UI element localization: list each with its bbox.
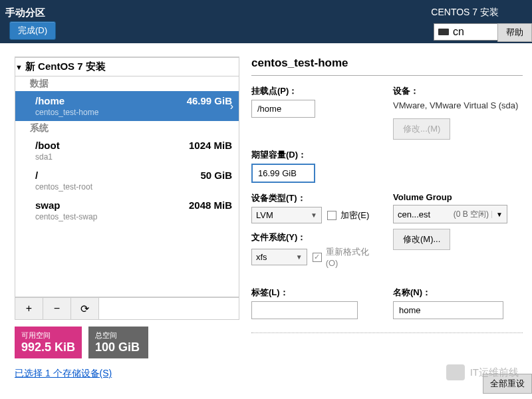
available-space-box: 可用空间 992.5 KiB xyxy=(15,327,82,358)
keyboard-layout: cn xyxy=(453,26,464,38)
collapse-icon: ▼ xyxy=(15,63,23,71)
partition-mount: /boot xyxy=(35,140,60,151)
partition-tree-panel: ▼ 新 CentOS 7 安装 数据 /home 46.99 GiB cento… xyxy=(15,57,239,380)
watermark-text: IT运维前线 xyxy=(470,366,519,379)
wechat-icon xyxy=(446,364,465,380)
encrypt-checkbox[interactable] xyxy=(327,211,336,220)
partition-home[interactable]: /home 46.99 GiB centos_test-home › xyxy=(15,91,239,121)
partition-device: centos_test-swap xyxy=(35,212,232,221)
modify-device-button[interactable]: 修改...(M) xyxy=(393,118,450,140)
reformat-checkbox[interactable] xyxy=(313,253,322,262)
keyboard-icon xyxy=(438,29,449,35)
mount-input[interactable] xyxy=(251,100,315,118)
tag-input[interactable] xyxy=(251,301,358,319)
partition-mount: / xyxy=(35,170,38,181)
partition-device: centos_test-home xyxy=(35,108,232,117)
partition-size: 50 GiB xyxy=(200,170,232,181)
section-data: 数据 xyxy=(15,76,239,91)
capacity-label: 期望容量(D)： xyxy=(251,149,381,161)
reformat-label: 重新格式化(O) xyxy=(326,246,381,268)
name-field-label: 名称(N)： xyxy=(393,287,523,299)
device-type-value: LVM xyxy=(256,210,273,220)
partition-boot[interactable]: /boot 1024 MiB sda1 xyxy=(15,136,239,166)
help-button[interactable]: 帮助 xyxy=(497,23,532,42)
device-value: VMware, VMware Virtual S (sda) xyxy=(393,100,523,112)
partition-mount: swap xyxy=(35,200,61,211)
add-partition-button[interactable]: + xyxy=(15,298,43,319)
installer-name: CENTOS 7 安装 xyxy=(431,7,499,17)
total-space-box: 总空间 100 GiB xyxy=(88,327,148,358)
encrypt-label: 加密(E) xyxy=(340,209,369,221)
partition-root[interactable]: / 50 GiB centos_test-root xyxy=(15,166,239,196)
volume-group-select[interactable]: cen...est (0 B 空闲) ▼ xyxy=(393,205,507,223)
name-input[interactable] xyxy=(393,301,503,319)
remove-partition-button[interactable]: − xyxy=(43,298,71,319)
vg-free-space: (0 B 空闲) xyxy=(454,209,491,220)
partition-size: 1024 MiB xyxy=(189,140,232,151)
section-system: 系统 xyxy=(15,121,239,136)
partition-size: 46.99 GiB xyxy=(187,95,232,106)
partition-swap[interactable]: swap 2048 MiB centos_test-swap xyxy=(15,196,239,225)
modify-vg-button[interactable]: 修改(M)... xyxy=(393,229,450,250)
chevron-down-icon: ▼ xyxy=(491,211,507,218)
done-button[interactable]: 完成(D) xyxy=(9,21,56,40)
total-space-label: 总空间 xyxy=(95,331,142,340)
vg-name: cen...est xyxy=(394,209,454,219)
chevron-right-icon: › xyxy=(230,100,233,112)
partition-device: centos_test-root xyxy=(35,182,232,192)
filesystem-select[interactable]: xfs ▼ xyxy=(251,249,307,265)
fs-label: 文件系统(Y)： xyxy=(251,231,381,243)
divider xyxy=(251,332,523,333)
mount-label: 挂载点(P)： xyxy=(251,85,381,97)
device-type-select[interactable]: LVM ▼ xyxy=(251,207,322,223)
partition-details-panel: centos_test-home 挂载点(P)： 设备： VMware, VMw… xyxy=(251,57,525,380)
partition-size: 2048 MiB xyxy=(189,200,232,211)
available-space-label: 可用空间 xyxy=(21,331,75,340)
watermark: IT运维前线 xyxy=(446,364,519,380)
keyboard-selector[interactable]: cn xyxy=(434,23,500,41)
storage-devices-link[interactable]: 已选择 1 个存储设备(S) xyxy=(15,368,112,380)
partition-action-bar: + − ⟳ xyxy=(15,297,239,320)
tree-title: 新 CentOS 7 安装 xyxy=(25,61,106,73)
chevron-down-icon: ▼ xyxy=(311,211,317,219)
tag-label: 标签(L)： xyxy=(251,287,381,299)
device-type-label: 设备类型(T)： xyxy=(251,192,381,204)
partition-device: sda1 xyxy=(35,152,232,162)
details-title: centos_test-home xyxy=(251,57,523,76)
chevron-down-icon: ▼ xyxy=(296,253,303,261)
available-space-value: 992.5 KiB xyxy=(21,340,75,354)
reload-button[interactable]: ⟳ xyxy=(71,298,99,319)
topbar-right: CENTOS 7 安装 xyxy=(431,7,532,19)
device-label: 设备： xyxy=(393,85,523,97)
partition-mount: /home xyxy=(35,95,65,106)
total-space-value: 100 GiB xyxy=(95,340,142,354)
vg-label: Volume Group xyxy=(393,192,523,202)
capacity-input[interactable] xyxy=(251,164,315,183)
filesystem-value: xfs xyxy=(256,252,267,262)
page-title: 手动分区 xyxy=(5,7,45,19)
topbar: 手动分区 完成(D) CENTOS 7 安装 cn 帮助 xyxy=(0,0,532,43)
tree-header[interactable]: ▼ 新 CentOS 7 安装 xyxy=(15,57,239,76)
